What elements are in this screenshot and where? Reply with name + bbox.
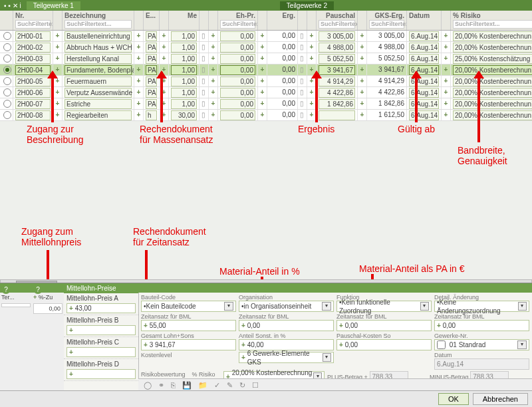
plus-icon[interactable]: +: [56, 88, 60, 96]
ml-d-field[interactable]: +: [66, 369, 136, 379]
check-icon[interactable]: ✓: [214, 381, 220, 390]
filter-bez[interactable]: SuchFiltertext...: [65, 20, 132, 29]
plus-icon[interactable]: +: [360, 111, 364, 118]
plus-icon[interactable]: +: [261, 32, 265, 39]
plus-icon[interactable]: +: [56, 111, 60, 118]
row-radio[interactable]: [3, 32, 11, 40]
row-radio[interactable]: [3, 77, 11, 85]
plus-icon[interactable]: +: [444, 100, 448, 107]
doc-icon[interactable]: ▯: [298, 42, 307, 53]
doc-icon[interactable]: ☐: [252, 381, 259, 390]
doc-icon[interactable]: ▯: [200, 110, 209, 120]
row-radio[interactable]: [3, 100, 11, 108]
help-icon[interactable]: ?: [1, 285, 11, 294]
plus-icon[interactable]: +: [444, 43, 448, 51]
chevron-down-icon[interactable]: ▾: [224, 302, 233, 311]
plus-icon[interactable]: +: [211, 43, 215, 51]
plus-icon[interactable]: +: [137, 88, 141, 96]
row-radio[interactable]: [3, 43, 11, 51]
doc-icon[interactable]: ▯: [200, 65, 209, 75]
chevron-down-icon[interactable]: ▾: [517, 340, 527, 349]
plus-icon[interactable]: +: [360, 66, 364, 73]
doc-icon[interactable]: ▯: [298, 87, 307, 98]
row-radio[interactable]: [3, 55, 11, 63]
chevron-down-icon[interactable]: ▾: [420, 302, 429, 311]
plus-icon[interactable]: +: [310, 43, 314, 51]
zbml1-field[interactable]: + 55,00: [141, 320, 236, 331]
new-icon[interactable]: ◯: [144, 381, 152, 390]
table-row[interactable]: 2H00-01+Baustelleneinrichtung+PA+1,00▯+0…: [0, 31, 532, 42]
plus-icon[interactable]: +: [261, 111, 265, 118]
chevron-down-icon[interactable]: ▾: [323, 353, 332, 362]
ml-a-field[interactable]: + 43,00: [66, 303, 136, 313]
plus-icon[interactable]: +: [56, 32, 60, 39]
chevron-down-icon[interactable]: ▾: [518, 302, 527, 311]
plus-icon[interactable]: +: [137, 100, 141, 107]
ok-button[interactable]: OK: [438, 393, 469, 405]
plus-icon[interactable]: +: [56, 66, 60, 73]
plus-icon[interactable]: +: [310, 66, 314, 73]
pzu-field[interactable]: 0,00: [33, 303, 63, 314]
table-row[interactable]: 2H00-07+Estriche+PA+1,00▯+0,00+0,00▯+1 8…: [0, 98, 532, 110]
tab-teilgewerke-2[interactable]: Teilgewerke 2: [280, 1, 334, 10]
tab-teilgewerke-1[interactable]: Teilgewerke 1: [27, 1, 80, 10]
plus-icon[interactable]: +: [310, 88, 314, 96]
ter-field[interactable]: [1, 303, 31, 307]
pauk-field[interactable]: + 0,00: [336, 339, 432, 350]
doc-icon[interactable]: ▯: [200, 98, 209, 109]
zbml4-field[interactable]: + 0,00: [434, 320, 529, 331]
plus-icon[interactable]: +: [137, 43, 141, 51]
plus-icon[interactable]: +: [360, 88, 364, 96]
plus-icon[interactable]: +: [310, 32, 314, 39]
refresh-icon[interactable]: ↻: [239, 381, 245, 390]
edit-icon[interactable]: ✎: [227, 381, 233, 390]
filter-nr[interactable]: SuchFiltertext...: [15, 20, 51, 29]
folder-icon[interactable]: 📁: [198, 381, 207, 390]
plus-icon[interactable]: +: [360, 55, 364, 62]
funk-select[interactable]: •Kein funktionelle Zuordnung▾: [336, 301, 432, 312]
doc-icon[interactable]: ▯: [200, 42, 209, 53]
row-radio[interactable]: [3, 111, 11, 119]
plus-icon[interactable]: +: [162, 88, 166, 96]
doc-icon[interactable]: ▯: [298, 65, 307, 75]
plus-icon[interactable]: +: [444, 55, 448, 62]
link-icon[interactable]: ⚭: [158, 381, 164, 390]
plus-icon[interactable]: +: [444, 111, 448, 118]
table-row[interactable]: 2H00-02+Abbruch Haus + WCH+PA+1,00▯+0,00…: [0, 42, 532, 53]
table-row[interactable]: 2H00-03+Herstellung Kanal+PA+1,00▯+0,00+…: [0, 53, 532, 65]
plus-icon[interactable]: +: [56, 43, 60, 51]
plus-icon[interactable]: +: [211, 100, 215, 107]
plus-icon[interactable]: +: [56, 77, 60, 84]
klevel-select[interactable]: + 6 Gewerke-Elemente GKS▾: [239, 352, 334, 363]
table-row[interactable]: 2H00-06+Verputz Aussenwände+PA+1,00▯+0,0…: [0, 87, 532, 98]
plus-icon[interactable]: +: [211, 55, 215, 62]
plus-icon[interactable]: +: [310, 77, 314, 84]
table-row[interactable]: 2H00-05+Feuermauern+PA+1,00▯+0,00+0,00▯+…: [0, 76, 532, 87]
plus-icon[interactable]: +: [162, 55, 166, 62]
row-radio[interactable]: [3, 88, 11, 96]
plus-icon[interactable]: +: [360, 43, 364, 51]
gew-select[interactable]: 01 Standrad▾: [434, 339, 529, 350]
filter-risk[interactable]: SuchFiltertext...: [453, 20, 532, 29]
help-icon[interactable]: ?: [33, 285, 43, 294]
plus-icon[interactable]: +: [162, 66, 166, 73]
plus-icon[interactable]: +: [360, 100, 364, 107]
row-radio[interactable]: [3, 66, 11, 74]
plus-icon[interactable]: +: [444, 77, 448, 84]
plus-icon[interactable]: +: [211, 88, 215, 96]
bauteil-select[interactable]: •Kein Bauteilcode▾: [141, 301, 236, 312]
plus-icon[interactable]: +: [310, 55, 314, 62]
plus-icon[interactable]: +: [360, 32, 364, 39]
doc-icon[interactable]: ▯: [200, 31, 209, 41]
plus-icon[interactable]: +: [56, 55, 60, 62]
plus-icon[interactable]: +: [211, 77, 215, 84]
plus-icon[interactable]: +: [211, 66, 215, 73]
doc-icon[interactable]: ▯: [200, 53, 209, 64]
doc-icon[interactable]: ▯: [298, 76, 307, 86]
plus-icon[interactable]: +: [444, 66, 448, 73]
doc-icon[interactable]: ▯: [298, 110, 307, 120]
plus-icon[interactable]: +: [360, 77, 364, 84]
plus-icon[interactable]: +: [261, 88, 265, 96]
filter-pau[interactable]: SuchFiltertext...: [319, 20, 355, 29]
plus-icon[interactable]: +: [211, 32, 215, 39]
